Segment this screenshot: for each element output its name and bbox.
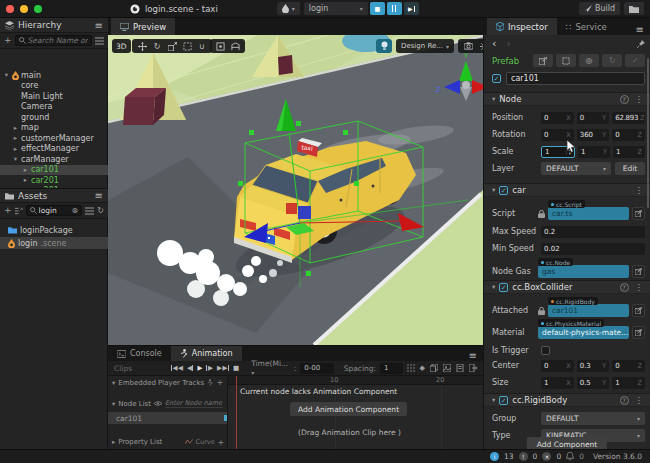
inspector-scrollbar[interactable]: [647, 58, 649, 208]
prefab-unlink-button[interactable]: [556, 54, 576, 67]
scene-viewport[interactable]: taxi: [108, 35, 483, 345]
design-resolution-dropdown[interactable]: Design Re...▾: [396, 39, 454, 53]
skip-start-button[interactable]: ◀◀: [171, 364, 183, 372]
node-list-item-car101[interactable]: car101: [108, 412, 227, 424]
assets-menu-icon[interactable]: ≡: [95, 190, 103, 201]
hierarchy-menu-icon[interactable]: ≡: [95, 20, 103, 31]
pause-button[interactable]: [387, 2, 402, 15]
collapse-all-icon[interactable]: [15, 207, 23, 215]
help-icon[interactable]: ?: [620, 396, 629, 405]
hierarchy-item-main[interactable]: ▾ main: [0, 70, 108, 81]
tab-console[interactable]: Console: [108, 346, 171, 361]
snapshot-icon[interactable]: [443, 364, 451, 372]
step-button[interactable]: ▶: [404, 2, 419, 15]
3d-mode-button[interactable]: 3D: [112, 39, 131, 53]
position-y-field[interactable]: 0Y: [577, 112, 610, 124]
hierarchy-search-input[interactable]: [15, 35, 92, 46]
max-speed-field[interactable]: 0.2: [541, 226, 645, 238]
prev-frame-button[interactable]: ◀: [187, 364, 194, 372]
attached-browse-button[interactable]: [632, 304, 645, 317]
node-list-header[interactable]: ▾ Node List: [108, 397, 227, 410]
help-icon[interactable]: ?: [620, 283, 629, 292]
prefab-edit-button[interactable]: [533, 54, 553, 67]
embedded-tracks-header[interactable]: ▾ Embedded Player Tracks +: [108, 376, 227, 389]
bell-icon[interactable]: [566, 452, 574, 461]
node-menu-icon[interactable]: ⋮: [635, 94, 644, 104]
error-icon[interactable]: ×: [542, 452, 551, 461]
chevron-right-icon[interactable]: ▸: [22, 176, 29, 184]
hierarchy-item-ground[interactable]: ground: [0, 112, 108, 123]
gizmo-plane-z[interactable]: [298, 206, 311, 219]
playhead[interactable]: [236, 376, 237, 450]
box-collider-header[interactable]: ▾ ✓ cc.BoxCollider ? ⋮: [484, 280, 650, 294]
lighting-toggle-button[interactable]: [376, 39, 392, 53]
hierarchy-item-effect-manager[interactable]: ▸effectManager: [0, 144, 108, 155]
is-trigger-checkbox[interactable]: [541, 346, 550, 355]
current-frame-field[interactable]: 0-00: [300, 363, 333, 374]
prefab-locate-button[interactable]: ◎: [579, 54, 599, 67]
car-component-header[interactable]: ▾ ✓ car ⋮: [484, 183, 650, 197]
timeline-ruler[interactable]: [228, 376, 483, 385]
asset-item-login-package[interactable]: loginPackage: [0, 224, 108, 236]
inspector-menu-icon[interactable]: ≡: [636, 24, 644, 35]
stop-button[interactable]: ■: [233, 364, 239, 372]
maximize-window-button[interactable]: [34, 5, 42, 13]
warning-icon[interactable]: !: [519, 452, 528, 461]
node-filter-input[interactable]: [165, 399, 223, 408]
chevron-down-icon[interactable]: ▾: [12, 155, 19, 163]
chevron-right-icon[interactable]: ▸: [12, 145, 19, 153]
curve-icon[interactable]: [185, 439, 193, 445]
chevron-down-icon[interactable]: ▾: [3, 71, 10, 79]
rotate-tool-icon[interactable]: ↻: [150, 40, 164, 52]
center-x-field[interactable]: 0X: [541, 360, 574, 372]
node-gas-browse-button[interactable]: [632, 265, 645, 278]
list-view-icon[interactable]: [85, 207, 94, 215]
position-z-field[interactable]: 62.893Z: [612, 112, 645, 124]
tab-inspector[interactable]: Inspector: [487, 18, 557, 35]
position-x-field[interactable]: 0X: [541, 112, 574, 124]
close-window-button[interactable]: [6, 5, 14, 13]
center-z-field[interactable]: 0Z: [612, 360, 645, 372]
keyframe-icon[interactable]: ◆: [420, 364, 425, 372]
help-icon[interactable]: ?: [620, 95, 629, 104]
rigid-body-enabled-checkbox[interactable]: ✓: [499, 396, 508, 405]
assets-search-input[interactable]: ⊗: [26, 205, 83, 216]
exit-panel-icon[interactable]: [469, 364, 477, 372]
hierarchy-item-car-manager[interactable]: ▾carManager: [0, 154, 108, 165]
scene-canvas[interactable]: taxi: [108, 35, 483, 345]
camera-icon[interactable]: [461, 40, 475, 52]
gizmo-plane-x[interactable]: [286, 203, 297, 214]
pivot-toggle-icon[interactable]: [213, 40, 227, 52]
pin-icon[interactable]: [637, 40, 645, 48]
property-list-header[interactable]: ▸ Property List Curve +: [108, 436, 228, 448]
box-collider-enabled-checkbox[interactable]: ✓: [499, 283, 508, 292]
add-animation-component-button[interactable]: Add Animation Component: [290, 402, 407, 416]
scale-z-field[interactable]: 1Z: [613, 146, 645, 158]
preview-scene-dropdown[interactable]: login ▾: [304, 2, 368, 15]
stop-button[interactable]: ■: [370, 2, 385, 15]
script-browse-button[interactable]: [632, 207, 645, 220]
animation-menu-icon[interactable]: ≡: [469, 350, 477, 361]
clear-search-icon[interactable]: ⊗: [72, 206, 79, 215]
size-y-field[interactable]: 0.5Y: [577, 377, 610, 389]
next-frame-button[interactable]: ▶: [206, 364, 213, 372]
car-menu-icon[interactable]: ⋮: [635, 185, 644, 195]
hierarchy-item-car201[interactable]: ▸car201: [0, 175, 108, 186]
skip-end-button[interactable]: ▶▶: [217, 364, 229, 372]
open-project-folder-button[interactable]: [624, 2, 644, 15]
chevron-right-icon[interactable]: ▸: [22, 166, 29, 174]
center-y-field[interactable]: 0.3Y: [577, 360, 610, 372]
copy-icon[interactable]: [430, 364, 438, 372]
rotation-y-field[interactable]: 360Y: [577, 129, 610, 141]
rigid-body-menu-icon[interactable]: ⋮: [635, 395, 644, 405]
size-x-field[interactable]: 1X: [541, 377, 574, 389]
eye-icon[interactable]: [154, 401, 162, 406]
tab-preview[interactable]: Preview: [111, 18, 175, 35]
layer-edit-button[interactable]: Edit: [615, 162, 645, 175]
hierarchy-item-car101[interactable]: ▸car101: [0, 165, 108, 176]
hierarchy-item-map[interactable]: ▸map: [0, 123, 108, 134]
add-property-icon[interactable]: +: [218, 438, 224, 447]
minimize-window-button[interactable]: [20, 5, 28, 13]
tab-service[interactable]: ∷ Service: [557, 18, 616, 35]
create-node-button[interactable]: +: [4, 36, 12, 45]
